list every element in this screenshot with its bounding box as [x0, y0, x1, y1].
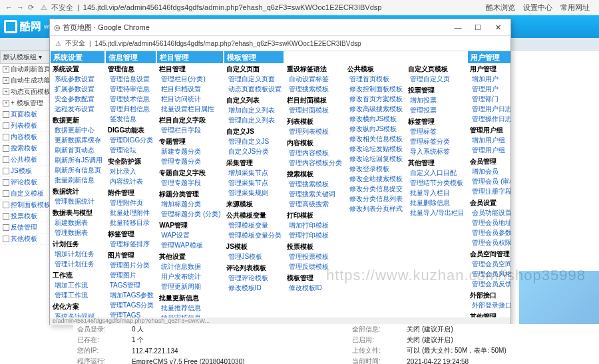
- reload-icon[interactable]: ⟳: [28, 3, 34, 12]
- bookmark-2[interactable]: 设置中心: [523, 3, 552, 13]
- nav-arrows: ← → ⟳: [5, 3, 34, 12]
- back-icon[interactable]: ←: [5, 3, 13, 12]
- close-icon[interactable]: ✕: [489, 21, 506, 33]
- minimize-icon[interactable]: —: [449, 21, 467, 33]
- popup-title: 首页地图 · Google Chrome: [63, 23, 150, 33]
- insecure-icon: ⚠: [55, 40, 61, 47]
- popup-url-text: 145.jtdl.vip/e/admin456146fdgs4gdfs/map.…: [95, 40, 361, 47]
- chrome-icon: ◎: [54, 23, 61, 32]
- popup-insecure: 不安全: [65, 39, 85, 48]
- insecure-icon: ⚠: [41, 3, 47, 12]
- bookmark-1[interactable]: 酷木浏览: [486, 3, 515, 13]
- bookmark-3[interactable]: 常用网址: [560, 3, 590, 13]
- logo-icon: [4, 20, 17, 33]
- forward-icon[interactable]: →: [17, 3, 24, 12]
- bookmark-links: 酷木浏览 设置中心 常用网址: [482, 3, 594, 13]
- maximize-icon[interactable]: ☐: [469, 21, 487, 33]
- logo-text: 酷网: [20, 20, 41, 34]
- url-text: 145.jtdl.vip/e/admin456146fdgs4gdfs/admi…: [83, 3, 382, 11]
- popup-urlbar[interactable]: ⚠ 不安全 | 145.jtdl.vip/e/admin456146fdgs4g…: [50, 36, 510, 51]
- insecure-label: 不安全: [51, 3, 73, 13]
- browser-toolbar: ← → ⟳ ⚠ 不安全 | 145.jtdl.vip/e/admin456146…: [0, 0, 599, 15]
- sitemap-popup: ◎ 首页地图 · Google Chrome — ☐ ✕ ⚠ 不安全 | 145…: [49, 19, 511, 51]
- url-bar[interactable]: ⚠ 不安全 | 145.jtdl.vip/e/admin456146fdgs4g…: [41, 3, 475, 13]
- popup-titlebar: ◎ 首页地图 · Google Chrome — ☐ ✕: [50, 19, 510, 36]
